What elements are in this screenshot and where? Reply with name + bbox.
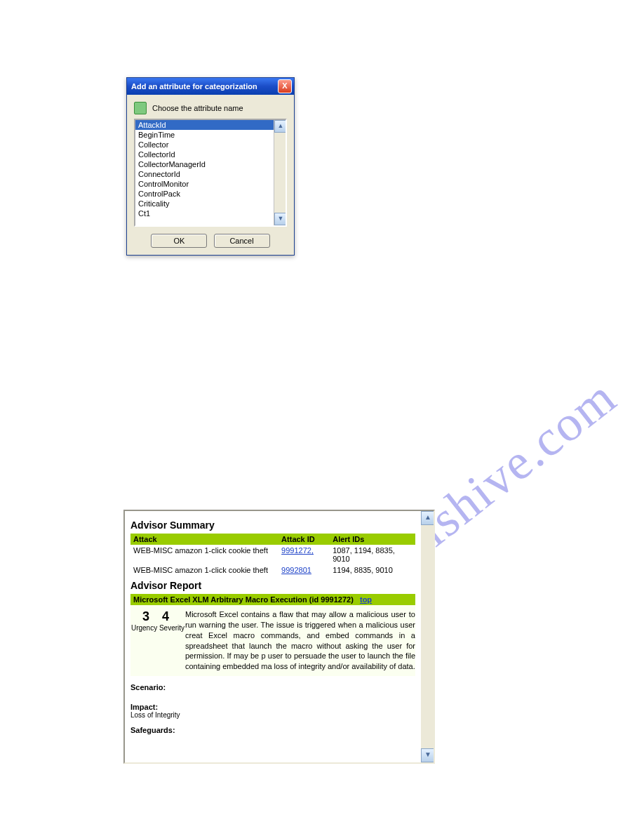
list-item[interactable]: AttackId xyxy=(135,120,274,130)
list-item[interactable]: Ct1 xyxy=(135,208,274,218)
list-item[interactable]: BeginTime xyxy=(135,130,274,140)
attribute-icon xyxy=(134,102,147,114)
cancel-button[interactable]: Cancel xyxy=(214,234,270,248)
impact-heading: Impact: xyxy=(130,703,415,711)
safeguards-heading: Safeguards: xyxy=(130,726,415,734)
list-item[interactable]: CollectorId xyxy=(135,150,274,159)
listbox-scrollbar[interactable]: ▲ ▼ xyxy=(274,120,286,225)
dialog-title: Add an attribute for categorization xyxy=(131,82,257,91)
report-scrollbar[interactable]: ▲ ▼ xyxy=(421,511,434,762)
col-attack: Attack xyxy=(130,534,279,545)
attribute-dialog: Add an attribute for categorization X Ch… xyxy=(126,77,295,256)
scroll-up-icon[interactable]: ▲ xyxy=(274,120,287,133)
list-inner: AttackId BeginTime Collector CollectorId… xyxy=(135,120,274,225)
urgency-value: 3 xyxy=(142,609,162,623)
report-header-bar: Microsoft Excel XLM Arbitrary Macro Exec… xyxy=(130,594,415,605)
list-item[interactable]: ControlMonitor xyxy=(135,179,274,189)
ok-button[interactable]: OK xyxy=(151,234,207,248)
metric-labels: Urgency Severity xyxy=(130,624,185,632)
severity-label: Severity xyxy=(159,624,185,632)
urgency-label: Urgency xyxy=(131,624,157,632)
button-row: OK Cancel xyxy=(134,234,287,248)
list-item[interactable]: ControlPack xyxy=(135,189,274,199)
cell-alerts: 1194, 8835, 9010 xyxy=(330,564,415,576)
table-row: WEB-MISC amazon 1-click cookie theft 999… xyxy=(130,545,415,564)
cell-alerts: 1087, 1194, 8835, 9010 xyxy=(330,545,415,564)
page: manualshive.com Add an attribute for cat… xyxy=(0,0,644,834)
attribute-listbox[interactable]: AttackId BeginTime Collector CollectorId… xyxy=(134,119,287,227)
top-link[interactable]: top xyxy=(360,595,372,604)
scroll-up-icon[interactable]: ▲ xyxy=(421,511,435,525)
scroll-down-icon[interactable]: ▼ xyxy=(421,748,435,762)
cell-attack: WEB-MISC amazon 1-click cookie theft xyxy=(130,545,279,564)
close-icon[interactable]: X xyxy=(278,79,292,93)
attack-id-link[interactable]: 9991272, xyxy=(281,546,314,555)
choose-label: Choose the attribute name xyxy=(152,104,243,112)
list-item[interactable]: ConnectorId xyxy=(135,169,274,179)
severity-value: 4 xyxy=(162,609,182,623)
scroll-down-icon[interactable]: ▼ xyxy=(274,213,287,225)
advisor-report-pane: Advisor Summary Attack Attack ID Alert I… xyxy=(123,510,435,764)
list-item[interactable]: Collector xyxy=(135,140,274,150)
metric-numbers: 34 xyxy=(130,609,185,624)
scenario-heading: Scenario: xyxy=(130,683,415,691)
titlebar[interactable]: Add an attribute for categorization X xyxy=(127,78,294,95)
choose-row: Choose the attribute name xyxy=(134,102,287,114)
report-bar-text: Microsoft Excel XLM Arbitrary Macro Exec… xyxy=(133,595,354,604)
list-item[interactable]: CollectorManagerId xyxy=(135,159,274,169)
cell-attack: WEB-MISC amazon 1-click cookie theft xyxy=(130,564,279,576)
advisor-report-title: Advisor Report xyxy=(130,580,415,591)
report-inner: Advisor Summary Attack Attack ID Alert I… xyxy=(125,511,421,762)
summary-table: Attack Attack ID Alert IDs WEB-MISC amaz… xyxy=(130,534,415,576)
report-body: 34 Urgency Severity Microsoft Excel cont… xyxy=(130,605,415,676)
list-item[interactable]: Criticality xyxy=(135,199,274,208)
advisor-summary-title: Advisor Summary xyxy=(130,519,415,531)
impact-text: Loss of Integrity xyxy=(130,711,415,719)
metrics: 34 Urgency Severity xyxy=(130,609,185,632)
col-attack-id: Attack ID xyxy=(279,534,330,545)
attack-id-link[interactable]: 9992801 xyxy=(281,566,311,574)
dialog-body: Choose the attribute name AttackId Begin… xyxy=(127,95,294,255)
table-header-row: Attack Attack ID Alert IDs xyxy=(130,534,415,545)
col-alert-ids: Alert IDs xyxy=(330,534,415,545)
report-description: Microsoft Excel contains a flaw that may… xyxy=(185,609,415,672)
table-row: WEB-MISC amazon 1-click cookie theft 999… xyxy=(130,564,415,576)
